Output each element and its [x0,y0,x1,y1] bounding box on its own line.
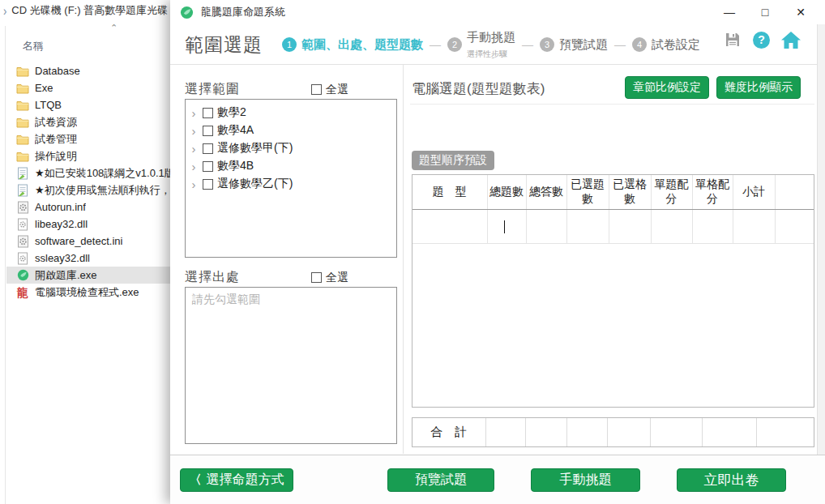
tree-item[interactable]: ›數學2 [189,104,393,122]
checkbox-icon[interactable] [203,126,213,136]
minimize-button[interactable]: — [712,1,747,23]
qtable-cell[interactable] [566,209,609,243]
qtable-cell[interactable] [692,209,733,243]
text-file-icon [17,184,28,197]
file-explorer: › CD 光碟機 (F:) 普高數學題庫光碟 ⌃ 名稱 DatabaseExeL… [0,0,175,504]
checkbox-icon[interactable] [203,143,213,154]
file-row[interactable]: 試卷管理 [6,130,172,147]
drive-label: CD 光碟機 (F:) 普高數學題庫光碟 [11,3,168,18]
select-all-label: 全選 [326,83,348,97]
folder-icon [16,100,29,111]
computer-select-title: 電腦選題(題型題數表) [412,79,545,98]
wizard-step-3[interactable]: 3預覽試題 [540,37,608,53]
difficulty-ratio-button[interactable]: 難度比例顯示 [716,76,801,99]
wizard-step-2[interactable]: 2手動挑題選擇性步驟 [447,30,515,60]
file-name: ★初次使用或無法順利執行，請 [35,183,172,198]
column-header-name[interactable]: 名稱 [23,39,44,53]
file-row[interactable]: libeay32.dll [6,216,172,233]
chapter-ratio-button[interactable]: 章節比例設定 [625,76,709,99]
wizard-step-1[interactable]: 1範圍、出處、題型題數 [282,37,423,53]
help-icon[interactable]: ? [753,32,770,49]
vertical-scrollbar[interactable] [817,24,825,455]
file-row[interactable]: Exe [6,79,172,96]
range-panel-header: 選擇範圍 全選 [185,81,397,98]
tree-item[interactable]: ›數學4B [189,157,393,175]
checkbox-icon[interactable] [311,84,322,95]
chevron-right-icon[interactable]: › [189,125,199,137]
qtable-cell[interactable] [733,209,775,243]
file-name: Autorun.inf [35,201,86,213]
wizard-step-4[interactable]: 4試卷設定 [632,37,700,53]
folder-icon [16,83,29,94]
back-button[interactable]: 〈 選擇命題方式 [180,468,293,492]
qtable-header-cell: 已選格數 [609,175,651,209]
checkbox-icon[interactable] [203,179,213,190]
file-row[interactable]: LTQB [6,96,172,113]
checkbox-icon[interactable] [203,161,213,172]
range-panel-title: 選擇範圍 [185,81,240,98]
qtable-cell[interactable] [651,209,692,243]
tree-item[interactable]: ›選修數學乙(下) [189,175,393,193]
range-tree: ›數學2›數學4A›選修數學甲(下)›數學4B›選修數學乙(下) [185,99,397,258]
qtable-data-row [412,209,814,243]
chevron-right-icon[interactable]: › [189,143,199,155]
source-list-box[interactable]: 請先勾選範圍 [185,287,397,444]
preview-questions-button[interactable]: 預覽試題 [387,468,494,492]
close-button[interactable]: ✕ [783,1,819,23]
file-row[interactable]: Autorun.inf [6,199,172,216]
header-icons: ? [724,31,801,49]
total-value-cell [607,418,650,446]
page-title: 範圍選題 [185,32,263,58]
file-row[interactable]: 試卷資源 [6,113,172,130]
chevron-right-icon[interactable]: › [3,3,6,18]
source-placeholder: 請先勾選範圍 [192,293,390,307]
file-row[interactable]: 開啟題庫.exe [6,267,172,284]
qtable-cell[interactable] [412,209,487,243]
tree-item[interactable]: ›數學4A [189,122,393,139]
qtable-cell[interactable] [775,209,814,243]
app-window: 龍騰題庫命題系統 — □ ✕ 範圍選題 1範圍、出處、題型題數—2手動挑題選擇性… [170,0,825,504]
save-icon[interactable] [724,31,742,49]
qtable-cell[interactable] [487,209,526,243]
type-order-button[interactable]: 題型順序預設 [412,151,494,170]
app-icon [17,269,29,281]
generate-paper-button[interactable]: 立即出卷 [677,468,786,492]
qtable-cell[interactable] [526,209,566,243]
screen: › CD 光碟機 (F:) 普高數學題庫光碟 ⌃ 名稱 DatabaseExeL… [0,0,825,504]
manual-pick-button[interactable]: 手動挑題 [531,468,640,492]
file-row[interactable]: ★初次使用或無法順利執行，請 [6,182,172,199]
home-icon[interactable] [781,32,801,49]
source-select-all[interactable]: 全選 [311,271,348,285]
window-title: 龍騰題庫命題系統 [201,5,285,19]
chevron-right-icon[interactable]: › [189,178,199,190]
footer-bar: 〈 選擇命題方式 預覽試題 手動挑題 立即出卷 [170,455,825,504]
dll-file-icon [17,218,28,231]
chevron-right-icon[interactable]: › [189,107,199,119]
pane-divider [5,26,6,504]
explorer-tree-root[interactable]: › CD 光碟機 (F:) 普高數學題庫光碟 [3,3,168,18]
checkbox-icon[interactable] [311,272,322,283]
checkbox-icon[interactable] [203,108,213,118]
file-name: ★如已安裝108課綱之v1.0.1版題 [35,166,172,181]
qtable-cell[interactable] [609,209,651,243]
chevron-right-icon[interactable]: › [189,160,199,173]
maximize-button[interactable]: □ [747,1,783,23]
tree-item[interactable]: ›選修數學甲(下) [189,139,393,157]
file-row[interactable]: ssleay32.dll [6,250,172,267]
file-row[interactable]: 操作說明 [6,147,172,164]
step-connector: — [614,38,626,51]
step-label: 預覽試題 [559,37,608,51]
config-file-icon [17,201,29,214]
file-name: libeay32.dll [35,218,88,230]
file-row[interactable]: 龍電腦環境檢查程式.exe [6,284,172,301]
ratio-buttons: 章節比例設定 難度比例顯示 [625,76,801,99]
tree-item-label: 選修數學乙(下) [217,177,293,191]
qtable-header-cell: 單題配分 [651,175,692,209]
file-row[interactable]: software_detect.ini [6,233,172,250]
file-row[interactable]: ★如已安裝108課綱之v1.0.1版題 [6,164,172,182]
file-name: 開啟題庫.exe [35,268,97,283]
qtable-header-cell: 單格配分 [692,175,733,209]
sort-ascending-icon[interactable]: ⌃ [110,23,118,33]
file-row[interactable]: Database [6,62,172,79]
range-select-all[interactable]: 全選 [311,83,348,97]
